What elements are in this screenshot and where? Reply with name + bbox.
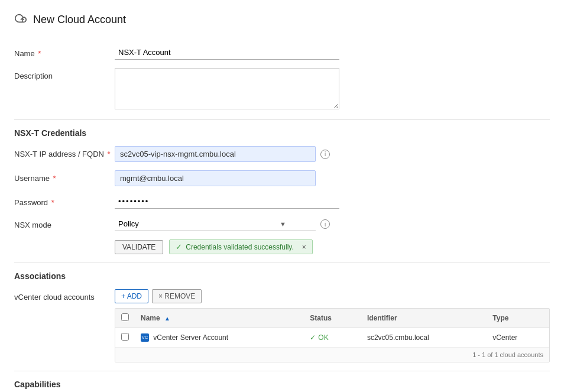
association-buttons: + ADD × REMOVE bbox=[115, 289, 550, 303]
row-type-cell: vCenter bbox=[487, 328, 549, 348]
table-col-identifier[interactable]: Identifier bbox=[361, 309, 487, 328]
close-badge-button[interactable]: × bbox=[302, 243, 306, 251]
vcenter-accounts-label: vCenter cloud accounts bbox=[14, 289, 115, 302]
page-title: New Cloud Account bbox=[14, 12, 550, 34]
section-divider-2 bbox=[14, 263, 550, 263]
required-indicator-user: * bbox=[53, 174, 56, 183]
validate-row: VALIDATE ✓ Credentials validated success… bbox=[14, 239, 550, 254]
associations-content: + ADD × REMOVE Name ▲ bbox=[115, 289, 550, 362]
table-col-name[interactable]: Name ▲ bbox=[135, 309, 304, 328]
password-label: Password * bbox=[14, 195, 115, 207]
cloud-sync-icon bbox=[14, 12, 27, 28]
password-field-wrapper bbox=[115, 195, 339, 209]
name-label: Name * bbox=[14, 46, 115, 58]
select-all-checkbox[interactable] bbox=[121, 313, 129, 321]
row-identifier-cell: sc2vc05.cmbu.local bbox=[361, 328, 487, 348]
validate-button[interactable]: VALIDATE bbox=[115, 240, 163, 254]
required-indicator-ip: * bbox=[108, 150, 111, 158]
row-count: 1 - 1 of 1 cloud accounts bbox=[115, 347, 549, 362]
username-label: Username * bbox=[14, 170, 115, 183]
description-row: Description bbox=[14, 68, 550, 111]
associations-row: vCenter cloud accounts + ADD × REMOVE Na… bbox=[14, 289, 550, 362]
ok-check-icon: ✓ bbox=[310, 333, 316, 342]
row-checkbox[interactable] bbox=[121, 333, 129, 341]
section-divider-3 bbox=[14, 371, 550, 371]
validation-message: Credentials validated successfully. bbox=[186, 243, 294, 251]
capabilities-section-header: Capabilities bbox=[14, 380, 550, 389]
nsx-ip-label: NSX-T IP address / FQDN * bbox=[14, 146, 115, 158]
sort-up-icon: ▲ bbox=[164, 315, 170, 322]
add-vcenter-button[interactable]: + ADD bbox=[115, 289, 148, 303]
row-name-cell: VC vCenter Server Account bbox=[135, 328, 304, 348]
username-row: Username * mgmt@cmbu.local bbox=[14, 170, 550, 186]
row-checkbox-cell bbox=[115, 328, 135, 348]
nsx-ip-info-icon[interactable]: i bbox=[320, 150, 330, 159]
vcenter-table: Name ▲ Status Identifier Type bbox=[115, 309, 549, 347]
description-input[interactable] bbox=[115, 68, 339, 109]
table-checkbox-header bbox=[115, 309, 135, 328]
password-input[interactable] bbox=[115, 195, 339, 209]
password-row: Password * bbox=[14, 195, 550, 209]
table-row: VC vCenter Server Account ✓ OK sc2vc05.c… bbox=[115, 328, 549, 348]
nsx-ip-input-display: sc2vc05-vip-nsx-mgmt.cmbu.local bbox=[115, 146, 316, 162]
table-header-row: Name ▲ Status Identifier Type bbox=[115, 309, 549, 328]
vcenter-table-container: Name ▲ Status Identifier Type bbox=[115, 308, 550, 362]
validation-success-badge: ✓ Credentials validated successfully. × bbox=[169, 239, 313, 254]
table-col-type[interactable]: Type bbox=[487, 309, 549, 328]
status-ok-indicator: ✓ OK bbox=[310, 333, 355, 342]
description-field-wrapper bbox=[115, 68, 339, 111]
required-indicator-pass: * bbox=[51, 198, 54, 207]
required-indicator: * bbox=[38, 49, 41, 58]
nsx-mode-info-icon[interactable]: i bbox=[320, 219, 330, 229]
check-circle-icon: ✓ bbox=[176, 242, 182, 251]
description-label: Description bbox=[14, 68, 115, 80]
section-divider-1 bbox=[14, 119, 550, 120]
remove-vcenter-button[interactable]: × REMOVE bbox=[152, 289, 202, 303]
row-status-cell: ✓ OK bbox=[304, 328, 361, 348]
page-title-text: New Cloud Account bbox=[33, 14, 126, 26]
nsx-mode-select[interactable]: Policy Manager bbox=[115, 217, 316, 231]
table-col-status[interactable]: Status bbox=[304, 309, 361, 328]
nsx-ip-row: NSX-T IP address / FQDN * sc2vc05-vip-ns… bbox=[14, 146, 550, 162]
associations-section-header: Associations bbox=[14, 271, 550, 281]
nsx-mode-row: NSX mode Policy Manager ▼ i bbox=[14, 217, 550, 231]
nsx-credentials-section-header: NSX-T Credentials bbox=[14, 128, 550, 138]
username-input-display: mgmt@cmbu.local bbox=[115, 170, 316, 186]
name-row: Name * bbox=[14, 46, 550, 60]
name-field-wrapper bbox=[115, 46, 339, 60]
name-input[interactable] bbox=[115, 46, 339, 60]
vcenter-account-icon: VC bbox=[141, 333, 149, 342]
nsx-mode-label: NSX mode bbox=[14, 217, 115, 229]
